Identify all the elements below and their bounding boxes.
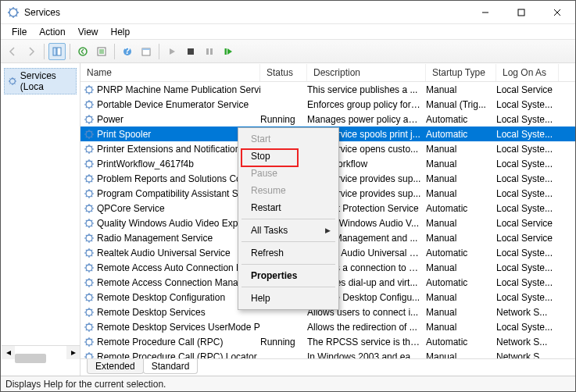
col-status[interactable]: Status	[260, 64, 307, 81]
svg-point-23	[86, 161, 92, 167]
svg-rect-12	[142, 48, 150, 50]
status-bar: Displays Help for the current selection.	[1, 376, 575, 391]
context-item-help[interactable]: Help	[240, 290, 337, 307]
svg-point-32	[86, 294, 92, 301]
svg-point-7	[79, 48, 87, 55]
context-item-stop[interactable]: Stop	[240, 148, 337, 165]
svg-point-34	[86, 324, 92, 330]
service-row[interactable]: Portable Device Enumerator ServiceEnforc…	[80, 97, 575, 112]
context-item-start: Start	[240, 130, 337, 148]
context-item-resume: Resume	[240, 182, 337, 199]
svg-point-31	[86, 280, 92, 286]
service-row[interactable]: PNRP Machine Name Publication ServiceThi…	[80, 82, 575, 97]
svg-point-18	[86, 87, 92, 93]
col-startup-type[interactable]: Startup Type	[426, 64, 496, 81]
context-separator	[241, 264, 335, 265]
context-menu[interactable]: StartStopPauseResumeRestartAll Tasks▶Ref…	[238, 127, 339, 310]
stop-service-button[interactable]	[182, 43, 199, 60]
svg-rect-2	[518, 9, 524, 16]
tree-root-services[interactable]: Services (Loca	[4, 68, 77, 94]
title-bar: Services	[1, 1, 575, 24]
menu-view[interactable]: View	[72, 25, 105, 39]
svg-point-19	[86, 102, 92, 108]
status-text: Displays Help for the current selection.	[5, 379, 166, 390]
refresh-button[interactable]	[93, 43, 110, 60]
scroll-left-icon[interactable]: ◂	[2, 346, 15, 359]
chevron-right-icon: ▶	[325, 226, 331, 234]
svg-rect-16	[225, 48, 227, 55]
context-separator	[241, 287, 335, 287]
tab-standard[interactable]: Standard	[143, 359, 199, 374]
sidebar-hscrollbar[interactable]: ◂ ▸	[2, 345, 80, 358]
scroll-right-icon[interactable]: ▸	[66, 346, 80, 359]
gear-icon	[8, 76, 17, 87]
col-name[interactable]: Name	[80, 64, 260, 81]
svg-rect-14	[206, 48, 209, 55]
svg-point-35	[86, 339, 92, 345]
context-item-refresh[interactable]: Refresh	[240, 244, 337, 262]
service-row[interactable]: Remote Procedure Call (RPC) LocatorIn Wi…	[80, 349, 575, 358]
tree-root-label: Services (Loca	[20, 70, 73, 92]
svg-point-29	[86, 250, 92, 256]
start-service-button[interactable]	[163, 43, 181, 60]
svg-point-27	[86, 220, 92, 226]
menu-file[interactable]: File	[5, 25, 33, 39]
show-hide-tree-button[interactable]	[48, 43, 66, 60]
svg-point-26	[86, 205, 92, 212]
minimize-button[interactable]	[467, 1, 503, 24]
svg-rect-5	[53, 48, 56, 55]
toolbar-separator	[44, 44, 45, 59]
toolbar: ?	[1, 40, 575, 63]
toolbar-separator	[159, 44, 159, 59]
context-item-properties[interactable]: Properties	[240, 267, 337, 284]
help-button[interactable]: ?	[119, 43, 136, 60]
svg-point-28	[86, 235, 92, 241]
forward-button[interactable]	[23, 43, 40, 60]
context-item-all-tasks[interactable]: All Tasks▶	[240, 222, 337, 239]
svg-point-25	[86, 191, 92, 197]
maximize-button[interactable]	[503, 1, 539, 24]
svg-point-0	[9, 9, 17, 16]
service-row[interactable]: Remote Procedure Call (RPC)RunningThe RP…	[80, 334, 575, 349]
svg-text:?: ?	[124, 46, 130, 56]
col-logon-as[interactable]: Log On As	[496, 64, 559, 81]
tab-extended[interactable]: Extended	[87, 359, 144, 374]
svg-point-33	[86, 309, 92, 315]
context-item-pause: Pause	[240, 165, 337, 182]
svg-rect-6	[57, 48, 61, 55]
svg-rect-15	[210, 48, 213, 55]
close-button[interactable]	[539, 1, 575, 24]
back-button[interactable]	[4, 43, 21, 60]
window-title: Services	[24, 7, 467, 18]
list-header: Name Status Description Startup Type Log…	[80, 63, 575, 82]
export-list-button[interactable]	[74, 43, 91, 60]
svg-point-22	[86, 146, 92, 152]
svg-point-24	[86, 176, 92, 182]
svg-rect-13	[188, 48, 194, 55]
toolbar-separator	[114, 44, 115, 59]
svg-point-21	[86, 131, 92, 137]
svg-point-30	[86, 265, 92, 271]
col-description[interactable]: Description	[307, 64, 426, 81]
restart-service-button[interactable]	[220, 43, 237, 60]
view-tabs: Extended Standard	[80, 358, 575, 376]
properties-button[interactable]	[138, 43, 155, 60]
service-row[interactable]: Remote Desktop Services UserMode Port Re…	[80, 319, 575, 334]
services-app-icon	[7, 6, 20, 19]
console-tree: Services (Loca ◂ ▸	[1, 63, 80, 376]
context-item-restart[interactable]: Restart	[240, 199, 337, 216]
menu-action[interactable]: Action	[33, 25, 71, 39]
svg-point-20	[86, 116, 92, 123]
menu-bar: File Action View Help	[1, 24, 575, 40]
context-separator	[241, 241, 335, 242]
svg-point-17	[10, 79, 16, 84]
menu-help[interactable]: Help	[105, 25, 137, 39]
context-separator	[241, 219, 335, 219]
pause-service-button[interactable]	[201, 43, 218, 60]
service-row[interactable]: PowerRunningManages power policy an...Au…	[80, 112, 575, 127]
toolbar-separator	[70, 44, 70, 59]
